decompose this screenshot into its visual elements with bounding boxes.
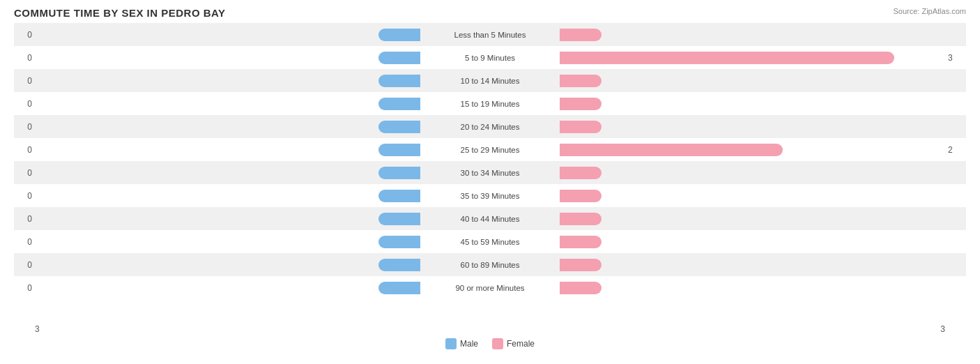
row-label: 40 to 44 Minutes	[460, 215, 519, 223]
row-label-box: 45 to 59 Minutes	[420, 230, 560, 253]
row-label: 60 to 89 Minutes	[460, 261, 519, 269]
male-bar	[378, 29, 420, 41]
row-label-box: Less than 5 Minutes	[420, 23, 560, 46]
female-bar-container	[560, 23, 945, 46]
male-value: 0	[14, 145, 35, 155]
row-label: 5 to 9 Minutes	[465, 54, 515, 62]
row-label: 35 to 39 Minutes	[460, 192, 519, 200]
female-bar-container	[560, 69, 945, 92]
row-label: 90 or more Minutes	[455, 284, 524, 292]
male-bar-container	[35, 161, 420, 184]
female-bar	[560, 190, 602, 202]
row-label-box: 60 to 89 Minutes	[420, 253, 560, 276]
female-bar-container	[560, 230, 945, 253]
female-bar	[560, 144, 783, 156]
male-value: 0	[14, 214, 35, 224]
row-label: 20 to 24 Minutes	[460, 123, 519, 131]
row-label-box: 10 to 14 Minutes	[420, 69, 560, 92]
female-bar	[560, 236, 602, 248]
table-row: 0 45 to 59 Minutes	[14, 230, 966, 253]
female-bar	[560, 75, 602, 87]
male-value: 0	[14, 237, 35, 247]
table-row: 0 35 to 39 Minutes	[14, 184, 966, 207]
male-legend-box	[445, 338, 457, 349]
male-bar-container	[35, 46, 420, 69]
row-label: 10 to 14 Minutes	[460, 77, 519, 85]
row-label-box: 20 to 24 Minutes	[420, 115, 560, 138]
male-bar-container	[35, 138, 420, 161]
bottom-labels: 3 3	[14, 323, 966, 334]
male-legend-label: Male	[460, 339, 478, 349]
male-bar-container	[35, 230, 420, 253]
table-row: 0 15 to 19 Minutes	[14, 92, 966, 115]
row-label-box: 35 to 39 Minutes	[420, 184, 560, 207]
male-bar	[378, 213, 420, 225]
table-row: 0 30 to 34 Minutes	[14, 161, 966, 184]
female-bar-container	[560, 253, 945, 276]
male-bar	[378, 236, 420, 248]
female-bar-container	[560, 92, 945, 115]
row-label: 25 to 29 Minutes	[460, 146, 519, 154]
female-value: 2	[945, 145, 966, 155]
male-bar-container	[35, 276, 420, 299]
female-bar	[560, 98, 602, 110]
male-bar	[378, 121, 420, 133]
male-value: 0	[14, 283, 35, 293]
row-label-box: 40 to 44 Minutes	[420, 207, 560, 230]
female-bar-container	[560, 138, 945, 161]
table-row: 0 Less than 5 Minutes	[14, 23, 966, 46]
table-row: 0 10 to 14 Minutes	[14, 69, 966, 92]
chart-area: 0 Less than 5 Minutes 0 5 to 9 Minutes 3	[14, 23, 966, 323]
male-bar-container	[35, 92, 420, 115]
row-label-box: 5 to 9 Minutes	[420, 46, 560, 69]
row-label: 45 to 59 Minutes	[460, 238, 519, 246]
table-row: 0 25 to 29 Minutes 2	[14, 138, 966, 161]
legend: Male Female	[14, 338, 966, 349]
table-row: 0 60 to 89 Minutes	[14, 253, 966, 276]
male-bar	[378, 98, 420, 110]
female-bar	[560, 52, 894, 64]
female-bar	[560, 29, 602, 41]
male-bar	[378, 259, 420, 271]
male-value: 0	[14, 53, 35, 63]
male-value: 0	[14, 191, 35, 201]
legend-female: Female	[492, 338, 535, 349]
male-bar-container	[35, 23, 420, 46]
row-label-box: 15 to 19 Minutes	[420, 92, 560, 115]
female-legend-box	[492, 338, 503, 349]
female-bar-container	[560, 161, 945, 184]
table-row: 0 20 to 24 Minutes	[14, 115, 966, 138]
male-bar-container	[35, 253, 420, 276]
male-bar	[378, 190, 420, 202]
male-value: 0	[14, 30, 35, 40]
bottom-left-value: 3	[35, 324, 40, 334]
female-bar	[560, 259, 602, 271]
row-label-box: 25 to 29 Minutes	[420, 138, 560, 161]
male-bar	[378, 167, 420, 179]
female-bar	[560, 121, 602, 133]
chart-title: COMMUTE TIME BY SEX IN PEDRO BAY	[14, 7, 966, 19]
male-value: 0	[14, 99, 35, 109]
table-row: 0 5 to 9 Minutes 3	[14, 46, 966, 69]
male-bar	[378, 144, 420, 156]
male-value: 0	[14, 76, 35, 86]
female-bar-container	[560, 207, 945, 230]
male-bar	[378, 282, 420, 294]
male-value: 0	[14, 260, 35, 270]
female-bar-container	[560, 276, 945, 299]
female-bar	[560, 213, 602, 225]
male-value: 0	[14, 168, 35, 178]
male-bar	[378, 52, 420, 64]
legend-male: Male	[445, 338, 478, 349]
female-value: 3	[945, 53, 966, 63]
male-bar-container	[35, 69, 420, 92]
table-row: 0 40 to 44 Minutes	[14, 207, 966, 230]
male-bar-container	[35, 184, 420, 207]
source-text: Source: ZipAtlas.com	[893, 7, 966, 15]
male-bar-container	[35, 115, 420, 138]
table-row: 0 90 or more Minutes	[14, 276, 966, 299]
row-label: Less than 5 Minutes	[454, 31, 526, 39]
female-bar-container	[560, 46, 945, 69]
row-label-box: 90 or more Minutes	[420, 276, 560, 299]
female-bar-container	[560, 115, 945, 138]
